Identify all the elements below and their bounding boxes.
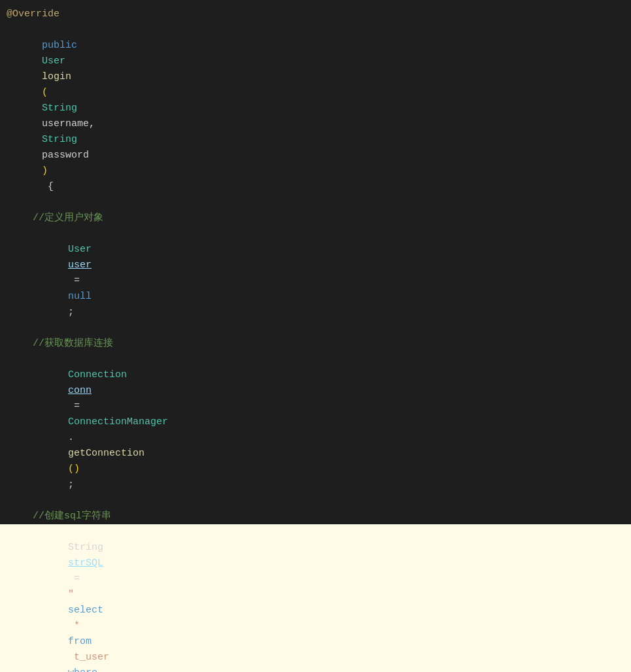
line-comment-1: //定义用户对象 — [0, 210, 631, 226]
code-editor: @Override public User login ( String use… — [0, 0, 631, 672]
line-user-null: User user = null ; — [0, 226, 631, 336]
line-sql-string: String strSQL = " select * from t_user w… — [0, 524, 631, 672]
line-method-sig: public User login ( String username, Str… — [0, 22, 631, 210]
line-comment-3: //创建sql字符串 — [0, 509, 631, 524]
line-annotation: @Override — [0, 7, 631, 22]
line-comment-2: //获取数据库连接 — [0, 336, 631, 352]
line-connection: Connection conn = ConnectionManager . ge… — [0, 352, 631, 509]
